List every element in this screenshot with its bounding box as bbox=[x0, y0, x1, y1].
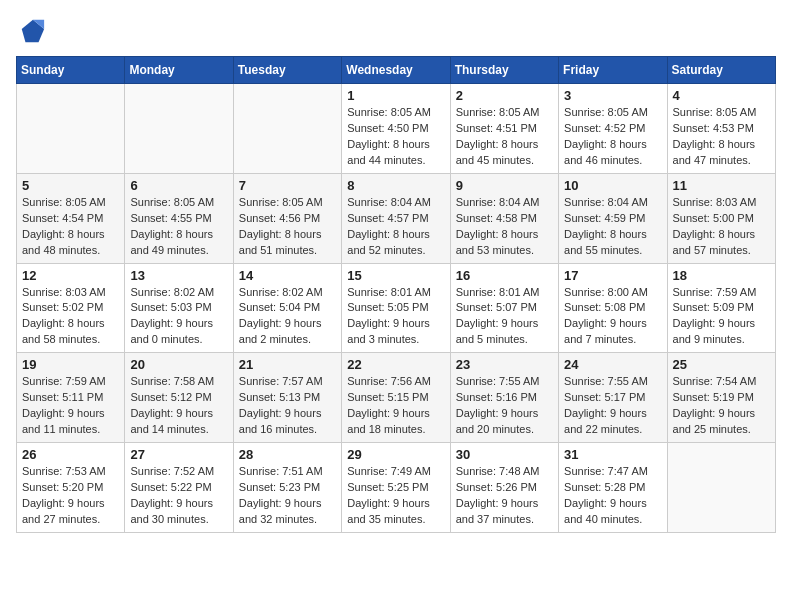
day-info: Sunrise: 8:05 AMSunset: 4:53 PMDaylight:… bbox=[673, 105, 770, 169]
day-number: 26 bbox=[22, 447, 119, 462]
day-number: 16 bbox=[456, 268, 553, 283]
day-number: 14 bbox=[239, 268, 336, 283]
logo-icon bbox=[18, 16, 46, 44]
day-info: Sunrise: 7:58 AMSunset: 5:12 PMDaylight:… bbox=[130, 374, 227, 438]
day-number: 27 bbox=[130, 447, 227, 462]
day-info: Sunrise: 8:05 AMSunset: 4:54 PMDaylight:… bbox=[22, 195, 119, 259]
day-info: Sunrise: 7:55 AMSunset: 5:16 PMDaylight:… bbox=[456, 374, 553, 438]
day-number: 10 bbox=[564, 178, 661, 193]
day-info: Sunrise: 8:03 AMSunset: 5:02 PMDaylight:… bbox=[22, 285, 119, 349]
day-number: 21 bbox=[239, 357, 336, 372]
day-number: 25 bbox=[673, 357, 770, 372]
day-number: 1 bbox=[347, 88, 444, 103]
day-number: 3 bbox=[564, 88, 661, 103]
day-number: 5 bbox=[22, 178, 119, 193]
calendar-cell: 19Sunrise: 7:59 AMSunset: 5:11 PMDayligh… bbox=[17, 353, 125, 443]
day-info: Sunrise: 8:00 AMSunset: 5:08 PMDaylight:… bbox=[564, 285, 661, 349]
day-number: 12 bbox=[22, 268, 119, 283]
calendar-cell: 11Sunrise: 8:03 AMSunset: 5:00 PMDayligh… bbox=[667, 173, 775, 263]
calendar-cell: 26Sunrise: 7:53 AMSunset: 5:20 PMDayligh… bbox=[17, 443, 125, 533]
calendar-cell: 29Sunrise: 7:49 AMSunset: 5:25 PMDayligh… bbox=[342, 443, 450, 533]
calendar-cell: 22Sunrise: 7:56 AMSunset: 5:15 PMDayligh… bbox=[342, 353, 450, 443]
day-number: 15 bbox=[347, 268, 444, 283]
calendar-cell: 3Sunrise: 8:05 AMSunset: 4:52 PMDaylight… bbox=[559, 84, 667, 174]
calendar-cell: 6Sunrise: 8:05 AMSunset: 4:55 PMDaylight… bbox=[125, 173, 233, 263]
calendar-cell bbox=[125, 84, 233, 174]
calendar-cell: 24Sunrise: 7:55 AMSunset: 5:17 PMDayligh… bbox=[559, 353, 667, 443]
calendar-cell bbox=[17, 84, 125, 174]
day-info: Sunrise: 8:04 AMSunset: 4:58 PMDaylight:… bbox=[456, 195, 553, 259]
day-info: Sunrise: 7:59 AMSunset: 5:09 PMDaylight:… bbox=[673, 285, 770, 349]
calendar-cell: 5Sunrise: 8:05 AMSunset: 4:54 PMDaylight… bbox=[17, 173, 125, 263]
day-info: Sunrise: 8:04 AMSunset: 4:59 PMDaylight:… bbox=[564, 195, 661, 259]
calendar-cell: 12Sunrise: 8:03 AMSunset: 5:02 PMDayligh… bbox=[17, 263, 125, 353]
day-info: Sunrise: 7:57 AMSunset: 5:13 PMDaylight:… bbox=[239, 374, 336, 438]
day-number: 30 bbox=[456, 447, 553, 462]
day-info: Sunrise: 7:48 AMSunset: 5:26 PMDaylight:… bbox=[456, 464, 553, 528]
day-info: Sunrise: 8:05 AMSunset: 4:51 PMDaylight:… bbox=[456, 105, 553, 169]
calendar-cell: 8Sunrise: 8:04 AMSunset: 4:57 PMDaylight… bbox=[342, 173, 450, 263]
calendar-cell: 30Sunrise: 7:48 AMSunset: 5:26 PMDayligh… bbox=[450, 443, 558, 533]
calendar-cell: 15Sunrise: 8:01 AMSunset: 5:05 PMDayligh… bbox=[342, 263, 450, 353]
day-number: 7 bbox=[239, 178, 336, 193]
weekday-header-tuesday: Tuesday bbox=[233, 57, 341, 84]
calendar-cell: 27Sunrise: 7:52 AMSunset: 5:22 PMDayligh… bbox=[125, 443, 233, 533]
calendar-cell: 21Sunrise: 7:57 AMSunset: 5:13 PMDayligh… bbox=[233, 353, 341, 443]
day-number: 13 bbox=[130, 268, 227, 283]
day-number: 24 bbox=[564, 357, 661, 372]
day-number: 8 bbox=[347, 178, 444, 193]
weekday-header-saturday: Saturday bbox=[667, 57, 775, 84]
day-info: Sunrise: 8:05 AMSunset: 4:52 PMDaylight:… bbox=[564, 105, 661, 169]
calendar-cell: 20Sunrise: 7:58 AMSunset: 5:12 PMDayligh… bbox=[125, 353, 233, 443]
calendar-cell: 9Sunrise: 8:04 AMSunset: 4:58 PMDaylight… bbox=[450, 173, 558, 263]
calendar-cell: 28Sunrise: 7:51 AMSunset: 5:23 PMDayligh… bbox=[233, 443, 341, 533]
calendar-cell: 23Sunrise: 7:55 AMSunset: 5:16 PMDayligh… bbox=[450, 353, 558, 443]
day-number: 20 bbox=[130, 357, 227, 372]
day-info: Sunrise: 8:03 AMSunset: 5:00 PMDaylight:… bbox=[673, 195, 770, 259]
calendar-cell: 10Sunrise: 8:04 AMSunset: 4:59 PMDayligh… bbox=[559, 173, 667, 263]
day-number: 11 bbox=[673, 178, 770, 193]
day-number: 9 bbox=[456, 178, 553, 193]
calendar-cell: 31Sunrise: 7:47 AMSunset: 5:28 PMDayligh… bbox=[559, 443, 667, 533]
day-info: Sunrise: 7:55 AMSunset: 5:17 PMDaylight:… bbox=[564, 374, 661, 438]
day-number: 28 bbox=[239, 447, 336, 462]
day-number: 29 bbox=[347, 447, 444, 462]
calendar-cell: 7Sunrise: 8:05 AMSunset: 4:56 PMDaylight… bbox=[233, 173, 341, 263]
calendar-cell: 4Sunrise: 8:05 AMSunset: 4:53 PMDaylight… bbox=[667, 84, 775, 174]
calendar-cell: 25Sunrise: 7:54 AMSunset: 5:19 PMDayligh… bbox=[667, 353, 775, 443]
logo bbox=[16, 16, 46, 44]
calendar-cell: 18Sunrise: 7:59 AMSunset: 5:09 PMDayligh… bbox=[667, 263, 775, 353]
day-info: Sunrise: 7:49 AMSunset: 5:25 PMDaylight:… bbox=[347, 464, 444, 528]
day-number: 17 bbox=[564, 268, 661, 283]
calendar-cell bbox=[233, 84, 341, 174]
day-number: 18 bbox=[673, 268, 770, 283]
day-number: 31 bbox=[564, 447, 661, 462]
day-number: 22 bbox=[347, 357, 444, 372]
day-info: Sunrise: 8:01 AMSunset: 5:07 PMDaylight:… bbox=[456, 285, 553, 349]
day-number: 19 bbox=[22, 357, 119, 372]
calendar-table: SundayMondayTuesdayWednesdayThursdayFrid… bbox=[16, 56, 776, 533]
day-number: 23 bbox=[456, 357, 553, 372]
day-info: Sunrise: 8:04 AMSunset: 4:57 PMDaylight:… bbox=[347, 195, 444, 259]
day-info: Sunrise: 7:54 AMSunset: 5:19 PMDaylight:… bbox=[673, 374, 770, 438]
day-info: Sunrise: 7:59 AMSunset: 5:11 PMDaylight:… bbox=[22, 374, 119, 438]
day-info: Sunrise: 7:56 AMSunset: 5:15 PMDaylight:… bbox=[347, 374, 444, 438]
day-info: Sunrise: 8:05 AMSunset: 4:50 PMDaylight:… bbox=[347, 105, 444, 169]
page-header bbox=[16, 16, 776, 44]
calendar-cell bbox=[667, 443, 775, 533]
day-info: Sunrise: 8:05 AMSunset: 4:55 PMDaylight:… bbox=[130, 195, 227, 259]
day-number: 6 bbox=[130, 178, 227, 193]
day-info: Sunrise: 8:02 AMSunset: 5:04 PMDaylight:… bbox=[239, 285, 336, 349]
day-info: Sunrise: 7:52 AMSunset: 5:22 PMDaylight:… bbox=[130, 464, 227, 528]
calendar-cell: 16Sunrise: 8:01 AMSunset: 5:07 PMDayligh… bbox=[450, 263, 558, 353]
calendar-cell: 2Sunrise: 8:05 AMSunset: 4:51 PMDaylight… bbox=[450, 84, 558, 174]
weekday-header-thursday: Thursday bbox=[450, 57, 558, 84]
day-info: Sunrise: 8:02 AMSunset: 5:03 PMDaylight:… bbox=[130, 285, 227, 349]
day-info: Sunrise: 7:53 AMSunset: 5:20 PMDaylight:… bbox=[22, 464, 119, 528]
weekday-header-wednesday: Wednesday bbox=[342, 57, 450, 84]
calendar-cell: 14Sunrise: 8:02 AMSunset: 5:04 PMDayligh… bbox=[233, 263, 341, 353]
day-info: Sunrise: 8:05 AMSunset: 4:56 PMDaylight:… bbox=[239, 195, 336, 259]
day-number: 2 bbox=[456, 88, 553, 103]
weekday-header-monday: Monday bbox=[125, 57, 233, 84]
day-info: Sunrise: 8:01 AMSunset: 5:05 PMDaylight:… bbox=[347, 285, 444, 349]
